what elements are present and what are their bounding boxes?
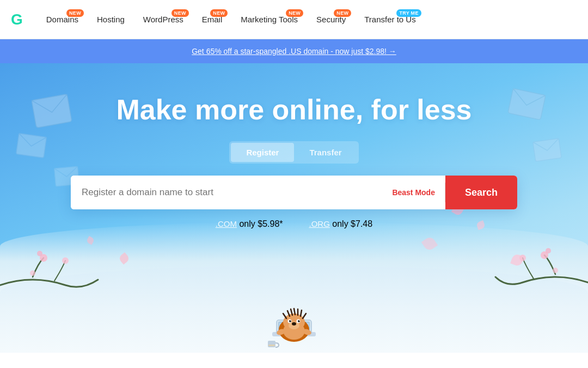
new-badge-sec: NEW — [334, 9, 351, 17]
petal-decor-3 — [421, 236, 438, 252]
org-tld-link[interactable]: .ORG — [309, 219, 330, 228]
envelope-decor-5 — [534, 140, 561, 160]
hero-title: Make more online, for less — [116, 93, 471, 126]
svg-line-32 — [301, 310, 302, 316]
new-badge-email: NEW — [210, 9, 228, 17]
svg-point-10 — [546, 248, 551, 254]
nav-item-transfer[interactable]: TRY ME Transfer to Us — [357, 10, 423, 28]
domain-search-bar: Beast Mode Search — [71, 176, 517, 209]
transfer-tab[interactable]: Transfer — [294, 143, 357, 162]
svg-point-7 — [62, 257, 69, 264]
tryme-badge: TRY ME — [396, 9, 421, 17]
com-price: only $5.98* — [239, 219, 283, 228]
svg-point-6 — [37, 251, 42, 256]
envelope-decor-1 — [33, 96, 71, 126]
promo-banner[interactable]: Get 65% off a star-spangled .US domain -… — [0, 39, 588, 63]
register-tab[interactable]: Register — [231, 143, 294, 162]
domain-pricing: .COM only $5.98* .ORG only $7.48 — [216, 219, 372, 229]
site-logo[interactable]: G — [11, 11, 22, 28]
petal-decor-2 — [476, 220, 486, 230]
svg-point-12 — [553, 268, 558, 273]
new-badge: NEW — [66, 9, 84, 17]
navigation: G NEW Domains Hosting NEW WordPress NEW … — [0, 0, 588, 39]
com-tld-link[interactable]: .COM — [216, 219, 237, 228]
svg-point-8 — [30, 270, 35, 276]
domain-search-input[interactable] — [71, 176, 382, 209]
nav-item-hosting[interactable]: Hosting — [89, 10, 132, 28]
petal-decor-4 — [118, 252, 131, 265]
beast-mode-button[interactable]: Beast Mode — [382, 188, 445, 197]
svg-point-11 — [519, 255, 526, 261]
nav-item-domains[interactable]: NEW Domains — [39, 10, 86, 28]
branch-left — [0, 242, 109, 309]
nav-items: NEW Domains Hosting NEW WordPress NEW Em… — [39, 10, 577, 28]
svg-rect-4 — [533, 138, 562, 161]
nav-item-marketing[interactable]: NEW Marketing Tools — [233, 10, 305, 28]
envelope-decor-4 — [509, 91, 544, 118]
svg-rect-1 — [16, 134, 47, 158]
search-button[interactable]: Search — [445, 176, 517, 209]
org-price: only $7.48 — [332, 219, 372, 228]
svg-point-26 — [290, 320, 291, 321]
org-pricing[interactable]: .ORG only $7.48 — [309, 219, 373, 229]
mascot-hedgehog — [261, 293, 327, 353]
svg-rect-37 — [268, 341, 275, 347]
new-badge-mkt: NEW — [286, 9, 303, 17]
nav-label-hosting: Hosting — [97, 15, 125, 24]
svg-point-27 — [299, 320, 300, 321]
nav-item-email[interactable]: NEW Email — [194, 10, 230, 28]
promo-link[interactable]: Get 65% off a star-spangled .US domain -… — [192, 47, 396, 56]
nav-item-wordpress[interactable]: NEW WordPress — [136, 10, 191, 28]
envelope-decor-2 — [16, 134, 46, 157]
hero-section: Make more online, for less Register Tran… — [0, 63, 588, 353]
svg-rect-0 — [32, 94, 72, 128]
com-pricing[interactable]: .COM only $5.98* — [216, 219, 283, 229]
svg-rect-38 — [268, 345, 275, 346]
new-badge-wp: NEW — [171, 9, 189, 17]
svg-point-21 — [292, 322, 296, 325]
svg-rect-3 — [508, 88, 546, 120]
branch-right — [490, 242, 588, 309]
svg-line-34 — [303, 313, 306, 318]
nav-item-security[interactable]: NEW Security — [309, 10, 353, 28]
domain-tab-group: Register Transfer — [229, 141, 358, 164]
